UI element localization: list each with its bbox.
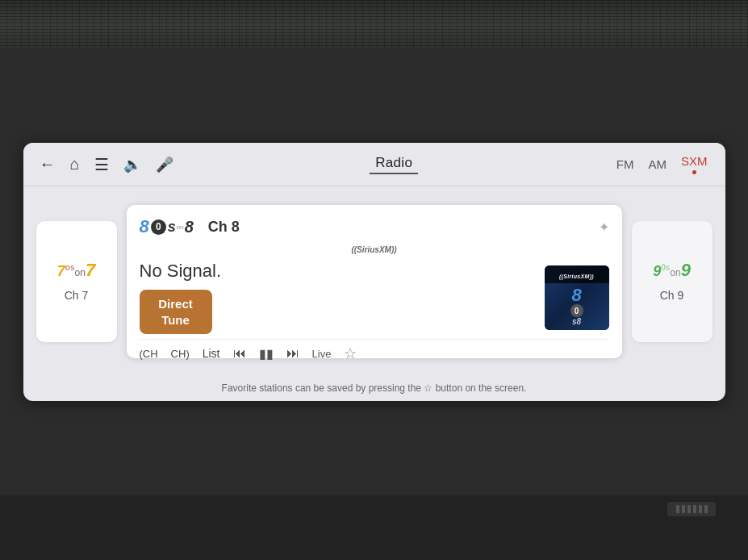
sxm-band-button[interactable]: SXM [679,151,709,171]
prev-channel-button[interactable]: (CH [140,348,158,360]
logo-circle: 0 [151,219,166,235]
center-channel-label: Ch 8 [208,219,240,236]
sxm-band-wrapper: SXM [679,154,709,174]
center-body: No Signal. Direct Tune ((SiriusXM)) 8 0 [140,261,609,334]
thumb-logo-area: 8 0 s8 [567,283,587,330]
left-station-card[interactable]: 7oson7 Ch 7 [36,221,117,342]
left-channel-label: Ch 7 [65,289,89,302]
title-area: Radio [173,155,615,174]
menu-icon[interactable]: ☰ [94,155,109,174]
right-station-card[interactable]: 90son9 Ch 9 [632,221,712,342]
right-station-logo: 90son9 [653,261,691,279]
footer-text: Favorite stations can be saved by pressi… [222,382,527,394]
vent-line-3 [687,505,691,513]
thumb-s8-text: s8 [572,317,581,326]
no-signal-text: No Signal. [140,261,535,282]
right-channel-label: Ch 9 [660,289,684,302]
vent-line-6 [704,505,708,513]
back-icon[interactable]: ← [40,155,56,173]
vent-line-5 [699,505,702,513]
top-bar: ← ⌂ ☰ 🔈 🎤 Radio FM AM SXM [23,143,725,186]
list-button[interactable]: List [203,347,220,360]
sirius-badge-text: ((SiriusXM)) [559,274,594,279]
vent-slot [667,502,716,516]
am-band-button[interactable]: AM [646,154,668,174]
satellite-icon: ✦ [599,219,609,235]
logo-8: 8 [140,216,149,237]
sirius-badge: ((SiriusXM)) [545,265,609,283]
logo-s8: s [168,219,176,236]
direct-tune-button[interactable]: Direct Tune [140,290,212,334]
mic-icon[interactable]: 🎤 [156,156,173,173]
volume-icon[interactable]: 🔈 [123,156,141,173]
favorite-icon[interactable]: ☆ [344,345,357,362]
station-thumbnail: ((SiriusXM)) 8 0 s8 [545,265,609,330]
screen-bezel: ← ⌂ ☰ 🔈 🎤 Radio FM AM SXM [0,48,748,495]
logo-8b: 8 [185,218,194,236]
next-channel-button[interactable]: CH) [171,348,190,360]
footer-area: Favorite stations can be saved by pressi… [23,375,725,401]
live-label[interactable]: Live [312,348,332,360]
center-station-card: 8 0 s on 8 Ch 8 ✦ ((SiriusXM)) No Signal… [127,205,622,358]
fm-band-button[interactable]: FM [615,154,636,174]
center-card-header: 8 0 s on 8 Ch 8 ✦ [140,216,609,237]
skip-fwd-icon[interactable]: ⏭ [286,346,299,361]
bottom-bezel [0,495,748,560]
vent-line-2 [682,505,685,513]
thumbnail-inner: ((SiriusXM)) 8 0 s8 [545,265,609,330]
main-content: 7oson7 Ch 7 8 0 s on 8 Ch 8 [23,186,725,375]
siriusxm-label: ((SiriusXM)) [140,245,609,254]
no-signal-area: No Signal. Direct Tune [140,261,535,334]
speaker-grille-top [0,0,748,48]
home-icon[interactable]: ⌂ [70,155,80,173]
vent-line-4 [693,505,696,513]
title-underline [370,173,418,174]
band-selector: FM AM SXM [615,154,709,174]
station-logo: 8 0 s on 8 [140,216,194,237]
screen-title: Radio [173,155,615,171]
nav-icons: ← ⌂ ☰ 🔈 🎤 [40,155,173,174]
logo-on: on [177,224,184,231]
seventies-logo-text: 7oson7 [57,263,95,279]
vent-line-1 [676,505,679,513]
pause-icon[interactable]: ▮▮ [259,346,274,361]
controls-bar: (CH CH) List ⏮ ▮▮ ⏭ Live ☆ [140,339,609,362]
thumb-8-blue: 8 [571,286,581,304]
grille-pattern [0,0,748,48]
thumb-circle: 0 [570,304,583,317]
left-station-logo: 7oson7 [57,261,95,279]
nineties-logo-text: 90son9 [653,263,691,279]
skip-back-icon[interactable]: ⏮ [233,346,246,361]
screen: ← ⌂ ☰ 🔈 🎤 Radio FM AM SXM [23,143,725,401]
